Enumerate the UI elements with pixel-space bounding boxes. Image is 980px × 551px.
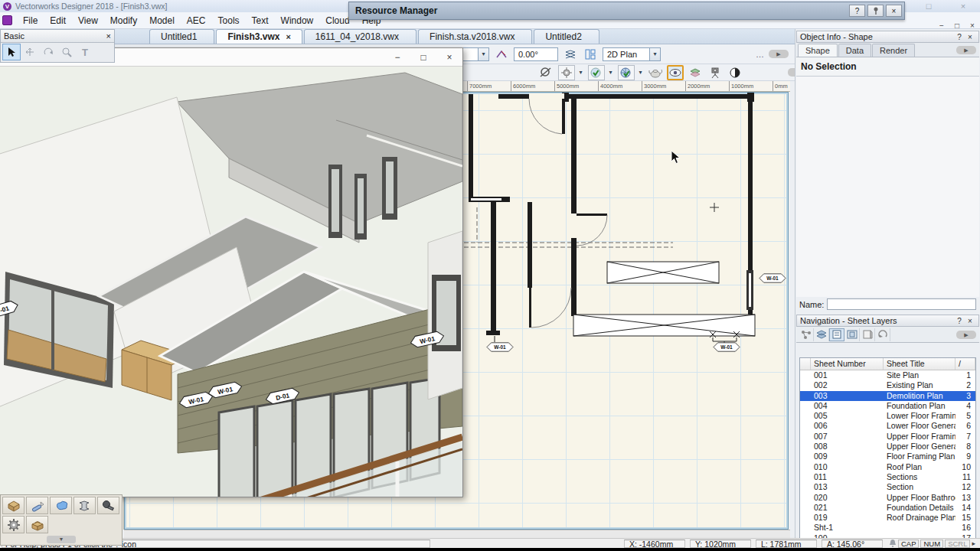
text-tool-icon[interactable]: T — [76, 44, 94, 60]
float-close-button[interactable]: × — [436, 52, 462, 63]
selection-tool-icon[interactable] — [2, 44, 21, 60]
object-info-tab[interactable]: Render — [872, 44, 915, 57]
document-tab[interactable]: 1611_04_v2018.vwx — [304, 29, 416, 44]
doc-minimize-button[interactable]: − — [937, 21, 946, 30]
navigation-header[interactable]: Navigation - Sheet Layers ? × — [796, 315, 979, 327]
render-viewport[interactable]: W-01 W-01 W-01 D-01 W-01 — [0, 67, 462, 497]
sheet-row[interactable]: 006 Lower Floor General Plan 6 — [800, 421, 975, 431]
classes-icon[interactable] — [814, 328, 829, 341]
doc-close-button[interactable]: × — [968, 21, 977, 30]
sheet-row[interactable]: 020 Upper Floor Bathroom Plan 13 — [800, 493, 975, 503]
panel-help-button[interactable]: ? — [954, 33, 965, 41]
sheet-row[interactable]: 004 Foundation Plan 4 — [800, 401, 975, 411]
window-close-button[interactable]: × — [957, 2, 969, 11]
renderworks-teapot-icon[interactable] — [647, 65, 664, 80]
rotate-tool-icon[interactable] — [39, 44, 57, 60]
menu-item[interactable]: Modify — [104, 13, 143, 28]
object-info-header[interactable]: Object Info - Shape ? × — [796, 31, 979, 43]
panel-help-button[interactable]: ? — [954, 317, 965, 325]
window-restore-button[interactable]: □ — [923, 2, 935, 11]
sheet-row[interactable]: 005 Lower Floor Framing Plan 5 — [800, 411, 975, 421]
toolbar-flyout-button[interactable]: ▶ — [769, 50, 789, 58]
sheet-row[interactable]: 019 Roof Drainage Plan 15 — [800, 513, 975, 523]
rm-help-button[interactable]: ? — [849, 5, 865, 17]
screw-icon[interactable] — [97, 497, 119, 514]
document-tab[interactable]: Finish.sta.v2018.vwx — [418, 29, 532, 44]
menu-item[interactable]: AEC — [181, 13, 212, 28]
basic-palette-header[interactable]: Basic × — [1, 30, 114, 43]
design-layers-icon[interactable] — [799, 328, 814, 341]
document-tab[interactable]: Untitled2 — [534, 29, 599, 44]
sheet-row[interactable]: 002 Existing Plan 2 — [800, 380, 975, 390]
sheet-layers-icon[interactable] — [829, 328, 844, 341]
sheet-row[interactable]: 007 Upper Floor Framing Plan 7 — [800, 432, 975, 442]
rm-close-button[interactable]: × — [886, 5, 902, 17]
class-layers-icon[interactable] — [687, 65, 704, 80]
document-tab[interactable]: Finish3.vwx × — [216, 29, 302, 44]
viewports-icon[interactable] — [844, 328, 860, 341]
column-sheet-number[interactable]: Sheet Number — [811, 358, 884, 370]
tab-close-icon[interactable]: × — [286, 32, 290, 41]
sheet-row[interactable]: 011 Sections 11 — [800, 472, 975, 482]
column-sheet-title[interactable]: Sheet Title — [884, 358, 956, 370]
dropdown-icon[interactable]: ▾ — [577, 66, 585, 80]
rotation-field[interactable]: 0.00° — [514, 47, 558, 61]
disabled-tool-icon[interactable] — [537, 65, 554, 80]
doc-restore-button[interactable]: □ — [952, 21, 962, 30]
sheet-table-header[interactable]: Sheet Number Sheet Title / — [800, 358, 975, 370]
plan-mode-combo[interactable]: 2D Plan▾ — [603, 47, 661, 61]
sheet-row[interactable]: 003 Demolition Plan 3 — [800, 391, 975, 401]
column-sort[interactable]: / — [956, 358, 975, 370]
sheet-row[interactable]: 013 Section 12 — [800, 482, 975, 492]
float-minimize-button[interactable]: − — [384, 52, 410, 63]
zoom-tool-icon[interactable] — [57, 44, 76, 60]
palette-close-button[interactable]: × — [106, 31, 111, 41]
document-tab[interactable]: Untitled1 — [149, 29, 214, 44]
rm-pin-icon[interactable] — [867, 5, 884, 17]
sheet-row[interactable]: 001 Site Plan 1 — [800, 370, 975, 380]
panel-flyout-button[interactable]: ▶ — [956, 46, 976, 54]
steel-beam-icon[interactable] — [74, 497, 96, 514]
settings-icon[interactable] — [558, 65, 575, 80]
pane-layout-icon[interactable] — [582, 47, 599, 62]
panel-close-button[interactable]: × — [965, 33, 975, 41]
references-icon[interactable] — [875, 328, 890, 341]
menu-item[interactable]: Tools — [212, 13, 246, 28]
toolbox-icon[interactable] — [26, 516, 48, 533]
chisel-tool-icon[interactable] — [26, 497, 48, 514]
resource-manager-titlebar[interactable]: Resource Manager ? × — [348, 2, 905, 20]
notification-bell-icon[interactable] — [889, 539, 897, 549]
menu-item[interactable]: Window — [275, 13, 320, 28]
extrude-box-icon[interactable] — [2, 497, 24, 514]
object-info-tab[interactable]: Shape — [798, 44, 838, 57]
saved-views-icon[interactable] — [860, 328, 875, 341]
camera-icon[interactable] — [707, 65, 724, 80]
pan-tool-icon[interactable] — [21, 44, 39, 60]
toolbar-overflow[interactable]: … — [756, 50, 764, 59]
menu-item[interactable]: Text — [246, 13, 275, 28]
menu-item[interactable]: File — [17, 13, 44, 28]
solid-blob-icon[interactable] — [50, 497, 72, 514]
object-info-tab[interactable]: Data — [838, 44, 871, 57]
gear-tool-icon[interactable] — [2, 516, 24, 533]
dropdown-icon[interactable]: ▾ — [606, 66, 615, 80]
dropdown-icon[interactable]: ▾ — [636, 66, 645, 80]
visibility-eye-icon[interactable] — [667, 65, 684, 80]
name-input[interactable] — [827, 298, 976, 310]
sheet-row[interactable]: 009 Floor Framing Plan 9 — [800, 452, 975, 461]
menu-item[interactable]: Model — [143, 13, 181, 28]
sheet-row[interactable]: 010 Roof Plan 10 — [800, 462, 975, 472]
palette-expand-button[interactable]: ▼ — [47, 536, 76, 543]
render-style-icon[interactable] — [588, 65, 605, 80]
layer-options-icon[interactable] — [562, 47, 579, 62]
menu-item[interactable]: Edit — [44, 13, 72, 28]
sheet-row[interactable]: Sht-1 16 — [800, 523, 975, 533]
float-maximize-button[interactable]: □ — [410, 52, 436, 63]
panel-close-button[interactable]: × — [965, 317, 975, 325]
panel-flyout-button[interactable]: ▶ — [956, 331, 976, 339]
sheet-row[interactable]: 008 Upper Floor General Plan 8 — [800, 442, 975, 452]
menu-item[interactable]: View — [72, 13, 104, 28]
status-expand-icon[interactable]: ▸ — [972, 540, 975, 547]
horizontal-scrollbar[interactable] — [124, 530, 790, 538]
rotate-plan-icon[interactable] — [493, 47, 510, 62]
